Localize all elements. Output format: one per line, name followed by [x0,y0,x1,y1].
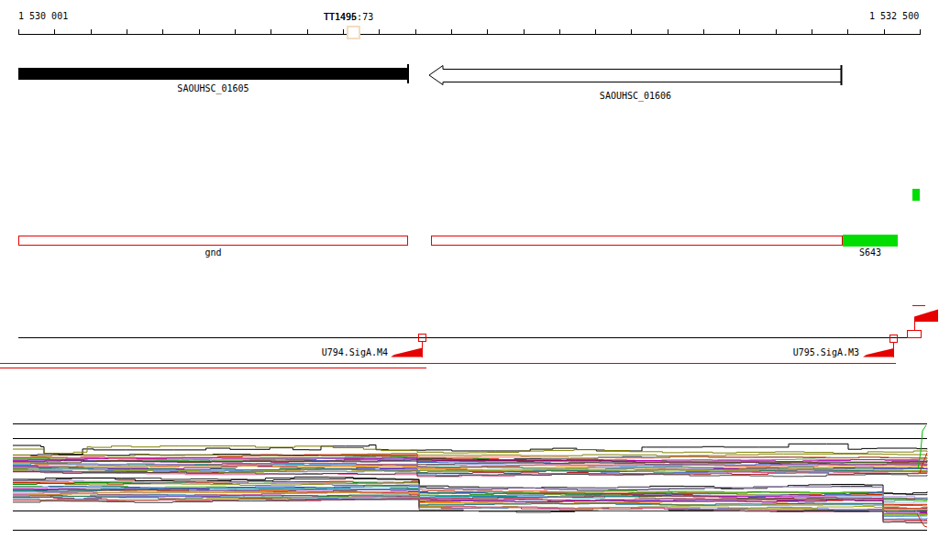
gene-saouhsc-01606-end-tick [841,65,843,85]
gene-arrow-shape [429,66,842,85]
profile-accent-trace [918,425,926,469]
profile-trace [13,454,927,456]
gene-saouhsc-01606-arrow[interactable] [429,65,843,85]
tss-u795-flag-wedge [863,348,894,357]
features-overlay: U794.SigA.M4 U795.SigA.M3 [0,0,939,560]
tss-u795-label: U795.SigA.M3 [793,347,859,357]
tss-right-flag-wedge [914,310,938,323]
tss-marker-u795[interactable]: U795.SigA.M3 [793,335,898,358]
tss-right-box [908,331,922,338]
tss-u794-flag-wedge [391,348,423,357]
genome-browser-view: 1 530 001 TT1495:73 TT1496 1 532 500 SAO… [0,0,939,560]
tss-marker-right-edge[interactable] [908,306,939,338]
tss-u794-label: U794.SigA.M4 [322,347,388,357]
expression-profile-panel [13,424,927,531]
tss-u795-box [890,335,898,343]
